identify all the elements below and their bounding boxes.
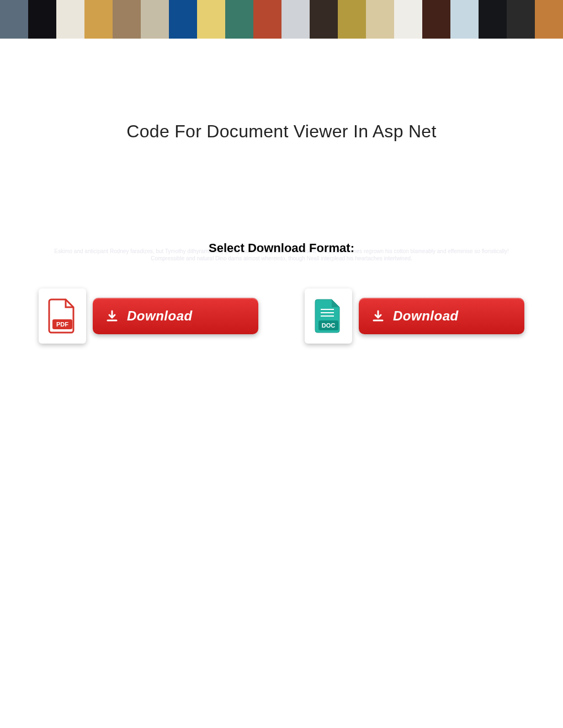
download-arrow-icon <box>371 309 385 323</box>
banner-tile <box>225 0 253 39</box>
pdf-file-icon: PDF <box>39 288 86 344</box>
download-row: PDF Download <box>33 288 530 344</box>
banner-collage <box>0 0 563 39</box>
download-pdf[interactable]: PDF Download <box>39 288 258 344</box>
banner-tile <box>84 0 113 39</box>
banner-tile <box>394 0 422 39</box>
subtitle-section: Eskimo and anticipant Rodney faradizes, … <box>33 241 530 255</box>
banner-tile <box>507 0 535 39</box>
pdf-icon-label: PDF <box>56 321 68 328</box>
banner-tile <box>282 0 310 39</box>
download-pdf-label: Download <box>127 308 193 324</box>
banner-tile <box>113 0 141 39</box>
download-pdf-button[interactable]: Download <box>93 298 258 334</box>
download-doc[interactable]: DOC Download <box>305 288 524 344</box>
banner-tile <box>338 0 366 39</box>
banner-tile <box>479 0 507 39</box>
banner-tile <box>197 0 225 39</box>
banner-tile <box>56 0 84 39</box>
banner-tile <box>535 0 563 39</box>
banner-tile <box>310 0 338 39</box>
banner-tile <box>450 0 479 39</box>
download-arrow-icon <box>105 309 119 323</box>
doc-icon-label: DOC <box>322 322 336 329</box>
doc-file-icon: DOC <box>305 288 352 344</box>
banner-tile <box>253 0 282 39</box>
page-title: Code For Document Viewer In Asp Net <box>33 121 530 142</box>
banner-tile <box>141 0 169 39</box>
page-content: Code For Document Viewer In Asp Net Eski… <box>0 39 563 366</box>
banner-tile <box>422 0 450 39</box>
download-doc-button[interactable]: Download <box>359 298 524 334</box>
download-doc-label: Download <box>393 308 459 324</box>
banner-tile <box>28 0 56 39</box>
banner-tile <box>169 0 197 39</box>
banner-tile <box>366 0 394 39</box>
select-format-label: Select Download Format: <box>33 241 530 255</box>
banner-tile <box>0 0 28 39</box>
